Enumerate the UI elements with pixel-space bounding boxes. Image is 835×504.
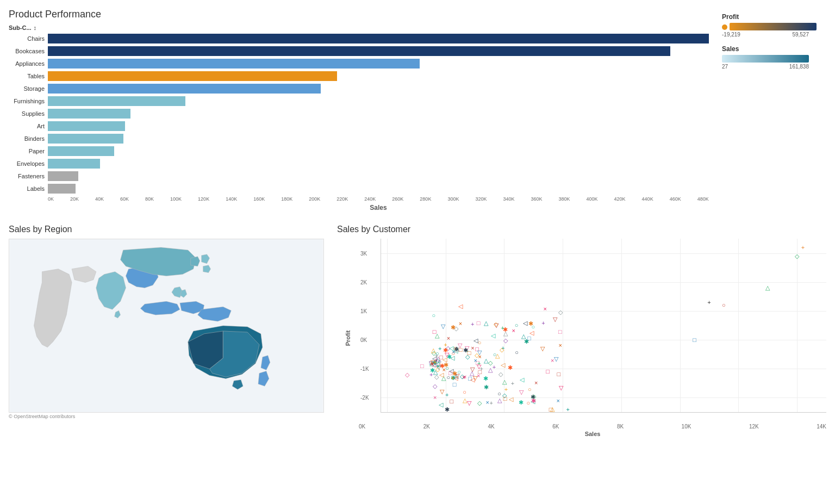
bar-track [48, 34, 709, 43]
scatter-point: ◁ [509, 395, 513, 402]
scatter-x-label: Sales [359, 431, 826, 437]
bar-fill [48, 109, 130, 119]
scatter-point: ○ [493, 351, 497, 358]
x-tick-scatter: 10K [682, 424, 691, 430]
scatter-point: ◁ [470, 376, 475, 383]
top-section: Product Performance Sub-C... ↕ Chairs Bo… [9, 9, 826, 211]
grid-line-v [738, 239, 739, 412]
bar-track [48, 146, 709, 156]
scatter-point: ○ [478, 339, 482, 346]
scatter-point: + [566, 406, 570, 413]
x-tick: 260K [392, 196, 403, 202]
scatter-point: ▽ [540, 345, 545, 352]
bar-chart: Chairs Bookcases Appliances Tables Stora… [9, 33, 709, 194]
scatter-point: □ [450, 398, 454, 405]
x-tick-scatter: 6K [552, 424, 559, 430]
scatter-point: × [463, 374, 466, 380]
bar-fill [48, 34, 709, 43]
scatter-point: ◁ [450, 354, 454, 362]
x-tick-scatter: 2K [423, 424, 430, 430]
bar-track [48, 71, 709, 81]
scatter-point: ▽ [519, 388, 524, 395]
scatter-point: ○ [463, 389, 466, 395]
x-tick: 440K [642, 196, 653, 202]
scatter-title: Sales by Customer [337, 225, 826, 234]
dashboard: Product Performance Sub-C... ↕ Chairs Bo… [9, 9, 826, 437]
legend-panel: Profit -19,219 59,527 Sales 27 161,838 [718, 9, 826, 74]
scatter-point: + [801, 244, 805, 251]
scatter-point: ○ [527, 400, 531, 406]
scatter-point: × [557, 397, 560, 404]
bar-track [48, 96, 709, 106]
scatter-point: + [493, 364, 496, 370]
scatter-point: △ [435, 332, 439, 339]
scatter-point: ▽ [441, 323, 445, 330]
scatter-point: ✱ [444, 361, 448, 368]
scatter-point: ✱ [519, 399, 524, 406]
scatter-point: □ [453, 381, 457, 388]
scatter-point: □ [549, 406, 553, 413]
bar-row: Supplies [9, 108, 709, 119]
x-tick: 40K [95, 196, 104, 202]
bar-track [48, 159, 709, 169]
scatter-point: ✱ [483, 375, 488, 382]
map-title: Sales by Region [9, 225, 324, 234]
scatter-point: □ [693, 337, 696, 343]
bar-fill [48, 146, 114, 156]
scatter-point: × [471, 345, 474, 351]
scatter-point: ◇ [500, 346, 504, 353]
bar-chart-container: Product Performance Sub-C... ↕ Chairs Bo… [9, 9, 709, 211]
x-tick: 180K [281, 196, 292, 202]
x-tick: 120K [198, 196, 209, 202]
x-tick: 100K [170, 196, 182, 202]
scatter-point: □ [420, 363, 424, 369]
scatter-point: ✱ [445, 406, 450, 413]
x-tick: 360K [531, 196, 542, 202]
bar-fill [48, 59, 420, 69]
scatter-point: △ [454, 372, 459, 379]
bar-row: Binders [9, 133, 709, 144]
scatter-point: ◁ [439, 371, 444, 378]
x-tick: 220K [337, 196, 348, 202]
scatter-point: ▽ [440, 388, 444, 395]
bar-label: Tables [9, 73, 48, 79]
x-tick-scatter: 8K [617, 424, 624, 430]
scatter-point: □ [557, 371, 561, 377]
bar-label: Fasteners [9, 173, 48, 179]
profit-gradient [730, 23, 817, 30]
sales-gradient [722, 55, 809, 63]
x-tick: 0K [48, 196, 54, 202]
bar-row: Furnishings [9, 96, 709, 107]
bar-fill [48, 121, 125, 131]
bar-label: Bookcases [9, 48, 48, 54]
scatter-point: □ [503, 395, 507, 402]
scatter-point: □ [558, 328, 562, 335]
x-tick: 80K [145, 196, 154, 202]
profit-dot-icon [722, 24, 727, 30]
scatter-point: ◇ [558, 308, 563, 315]
x-axis-label: Sales [48, 204, 709, 211]
scatter-point: ○ [722, 302, 726, 308]
bar-row: Tables [9, 71, 709, 82]
grid-line-h [381, 311, 826, 312]
bar-row: Chairs [9, 33, 709, 44]
scatter-point: ◁ [523, 320, 527, 327]
x-tick: 20K [70, 196, 79, 202]
scatter-point: ✱ [451, 324, 456, 331]
sort-icon[interactable]: ↕ [34, 24, 37, 31]
scatter-point: + [489, 400, 493, 406]
bar-label: Labels [9, 185, 48, 192]
scatter-point: ○ [432, 312, 436, 319]
map-svg [9, 239, 323, 412]
scatter-point: ○ [438, 362, 442, 368]
scatter-point: ◇ [405, 371, 409, 378]
x-tick-scatter: 12K [749, 424, 759, 430]
bar-track [48, 121, 709, 131]
bottom-section: Sales by Region [9, 225, 826, 437]
x-tick: 300K [447, 196, 459, 202]
x-tick: 240K [364, 196, 376, 202]
scatter-point: ◁ [458, 302, 463, 309]
scatter-point: ◁ [439, 401, 443, 408]
x-tick: 400K [587, 196, 598, 202]
bar-track [48, 46, 709, 56]
